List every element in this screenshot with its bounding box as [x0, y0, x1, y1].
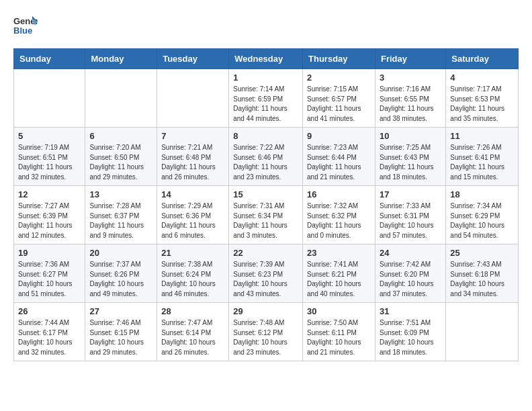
day-number: 3 [380, 73, 441, 83]
day-number: 12 [18, 189, 81, 199]
day-info: Sunrise: 7:51 AM Sunset: 6:09 PM Dayligh… [380, 318, 441, 357]
day-info: Sunrise: 7:38 AM Sunset: 6:24 PM Dayligh… [161, 260, 224, 299]
day-number: 13 [89, 189, 152, 199]
day-cell: 5Sunrise: 7:19 AM Sunset: 6:51 PM Daylig… [14, 128, 85, 186]
day-cell: 23Sunrise: 7:41 AM Sunset: 6:21 PM Dayli… [303, 244, 375, 303]
day-cell: 4Sunrise: 7:17 AM Sunset: 6:53 PM Daylig… [446, 69, 519, 128]
day-number: 30 [307, 306, 371, 316]
day-info: Sunrise: 7:50 AM Sunset: 6:11 PM Dayligh… [307, 318, 371, 357]
day-number: 1 [233, 73, 298, 83]
day-cell [446, 303, 519, 361]
day-cell: 3Sunrise: 7:16 AM Sunset: 6:55 PM Daylig… [375, 69, 445, 128]
day-info: Sunrise: 7:22 AM Sunset: 6:46 PM Dayligh… [233, 143, 298, 182]
day-info: Sunrise: 7:29 AM Sunset: 6:36 PM Dayligh… [161, 201, 224, 240]
day-number: 9 [307, 131, 371, 141]
week-row-5: 26Sunrise: 7:44 AM Sunset: 6:17 PM Dayli… [14, 303, 519, 361]
header-thursday: Thursday [303, 49, 375, 69]
day-cell: 29Sunrise: 7:48 AM Sunset: 6:12 PM Dayli… [229, 303, 303, 361]
day-cell: 13Sunrise: 7:28 AM Sunset: 6:37 PM Dayli… [85, 186, 157, 244]
day-number: 23 [307, 248, 371, 258]
day-number: 7 [161, 131, 224, 141]
header-sunday: Sunday [14, 49, 85, 69]
day-info: Sunrise: 7:43 AM Sunset: 6:18 PM Dayligh… [450, 260, 514, 299]
day-number: 20 [89, 248, 152, 258]
page-header: General Blue [13, 13, 519, 38]
logo-icon: General Blue [13, 13, 38, 38]
day-number: 15 [233, 189, 298, 199]
day-info: Sunrise: 7:32 AM Sunset: 6:32 PM Dayligh… [307, 201, 371, 240]
day-cell: 7Sunrise: 7:21 AM Sunset: 6:48 PM Daylig… [157, 128, 229, 186]
day-info: Sunrise: 7:17 AM Sunset: 6:53 PM Dayligh… [450, 85, 514, 124]
day-cell: 20Sunrise: 7:37 AM Sunset: 6:26 PM Dayli… [85, 244, 157, 303]
day-number: 28 [161, 306, 224, 316]
day-cell: 11Sunrise: 7:26 AM Sunset: 6:41 PM Dayli… [446, 128, 519, 186]
day-info: Sunrise: 7:26 AM Sunset: 6:41 PM Dayligh… [450, 143, 514, 182]
day-cell [85, 69, 157, 128]
day-info: Sunrise: 7:34 AM Sunset: 6:29 PM Dayligh… [450, 201, 514, 240]
day-number: 19 [18, 248, 81, 258]
day-info: Sunrise: 7:15 AM Sunset: 6:57 PM Dayligh… [307, 85, 371, 124]
day-number: 22 [233, 248, 298, 258]
day-number: 27 [89, 306, 152, 316]
day-cell: 26Sunrise: 7:44 AM Sunset: 6:17 PM Dayli… [14, 303, 85, 361]
day-cell [14, 69, 85, 128]
header-saturday: Saturday [446, 49, 519, 69]
day-cell: 17Sunrise: 7:33 AM Sunset: 6:31 PM Dayli… [375, 186, 445, 244]
header-tuesday: Tuesday [157, 49, 229, 69]
week-row-2: 5Sunrise: 7:19 AM Sunset: 6:51 PM Daylig… [14, 128, 519, 186]
day-info: Sunrise: 7:44 AM Sunset: 6:17 PM Dayligh… [18, 318, 81, 357]
day-cell: 25Sunrise: 7:43 AM Sunset: 6:18 PM Dayli… [446, 244, 519, 303]
day-info: Sunrise: 7:19 AM Sunset: 6:51 PM Dayligh… [18, 143, 81, 182]
day-cell: 9Sunrise: 7:23 AM Sunset: 6:44 PM Daylig… [303, 128, 375, 186]
day-info: Sunrise: 7:37 AM Sunset: 6:26 PM Dayligh… [89, 260, 152, 299]
day-info: Sunrise: 7:42 AM Sunset: 6:20 PM Dayligh… [380, 260, 441, 299]
day-cell: 10Sunrise: 7:25 AM Sunset: 6:43 PM Dayli… [375, 128, 445, 186]
header-friday: Friday [375, 49, 445, 69]
day-number: 10 [380, 131, 441, 141]
day-number: 4 [450, 73, 514, 83]
day-number: 16 [307, 189, 371, 199]
header-monday: Monday [85, 49, 157, 69]
day-info: Sunrise: 7:36 AM Sunset: 6:27 PM Dayligh… [18, 260, 81, 299]
day-number: 26 [18, 306, 81, 316]
day-number: 21 [161, 248, 224, 258]
day-info: Sunrise: 7:39 AM Sunset: 6:23 PM Dayligh… [233, 260, 298, 299]
day-cell: 15Sunrise: 7:31 AM Sunset: 6:34 PM Dayli… [229, 186, 303, 244]
day-cell: 8Sunrise: 7:22 AM Sunset: 6:46 PM Daylig… [229, 128, 303, 186]
day-cell: 24Sunrise: 7:42 AM Sunset: 6:20 PM Dayli… [375, 244, 445, 303]
day-cell: 18Sunrise: 7:34 AM Sunset: 6:29 PM Dayli… [446, 186, 519, 244]
svg-text:Blue: Blue [13, 26, 32, 36]
day-number: 24 [380, 248, 441, 258]
day-number: 5 [18, 131, 81, 141]
day-cell: 28Sunrise: 7:47 AM Sunset: 6:14 PM Dayli… [157, 303, 229, 361]
day-number: 6 [89, 131, 152, 141]
day-number: 25 [450, 248, 514, 258]
day-cell: 6Sunrise: 7:20 AM Sunset: 6:50 PM Daylig… [85, 128, 157, 186]
day-info: Sunrise: 7:28 AM Sunset: 6:37 PM Dayligh… [89, 201, 152, 240]
day-cell: 1Sunrise: 7:14 AM Sunset: 6:59 PM Daylig… [229, 69, 303, 128]
day-info: Sunrise: 7:41 AM Sunset: 6:21 PM Dayligh… [307, 260, 371, 299]
day-cell: 19Sunrise: 7:36 AM Sunset: 6:27 PM Dayli… [14, 244, 85, 303]
day-cell: 30Sunrise: 7:50 AM Sunset: 6:11 PM Dayli… [303, 303, 375, 361]
day-info: Sunrise: 7:47 AM Sunset: 6:14 PM Dayligh… [161, 318, 224, 357]
day-info: Sunrise: 7:25 AM Sunset: 6:43 PM Dayligh… [380, 143, 441, 182]
logo: General Blue [13, 13, 38, 38]
day-number: 29 [233, 306, 298, 316]
day-number: 31 [380, 306, 441, 316]
day-cell: 27Sunrise: 7:46 AM Sunset: 6:15 PM Dayli… [85, 303, 157, 361]
day-info: Sunrise: 7:21 AM Sunset: 6:48 PM Dayligh… [161, 143, 224, 182]
day-number: 18 [450, 189, 514, 199]
week-row-1: 1Sunrise: 7:14 AM Sunset: 6:59 PM Daylig… [14, 69, 519, 128]
day-info: Sunrise: 7:14 AM Sunset: 6:59 PM Dayligh… [233, 85, 298, 124]
day-cell [157, 69, 229, 128]
day-cell: 31Sunrise: 7:51 AM Sunset: 6:09 PM Dayli… [375, 303, 445, 361]
day-info: Sunrise: 7:46 AM Sunset: 6:15 PM Dayligh… [89, 318, 152, 357]
day-info: Sunrise: 7:33 AM Sunset: 6:31 PM Dayligh… [380, 201, 441, 240]
day-cell: 12Sunrise: 7:27 AM Sunset: 6:39 PM Dayli… [14, 186, 85, 244]
day-number: 2 [307, 73, 371, 83]
day-info: Sunrise: 7:48 AM Sunset: 6:12 PM Dayligh… [233, 318, 298, 357]
day-info: Sunrise: 7:31 AM Sunset: 6:34 PM Dayligh… [233, 201, 298, 240]
week-row-3: 12Sunrise: 7:27 AM Sunset: 6:39 PM Dayli… [14, 186, 519, 244]
day-cell: 21Sunrise: 7:38 AM Sunset: 6:24 PM Dayli… [157, 244, 229, 303]
day-info: Sunrise: 7:20 AM Sunset: 6:50 PM Dayligh… [89, 143, 152, 182]
